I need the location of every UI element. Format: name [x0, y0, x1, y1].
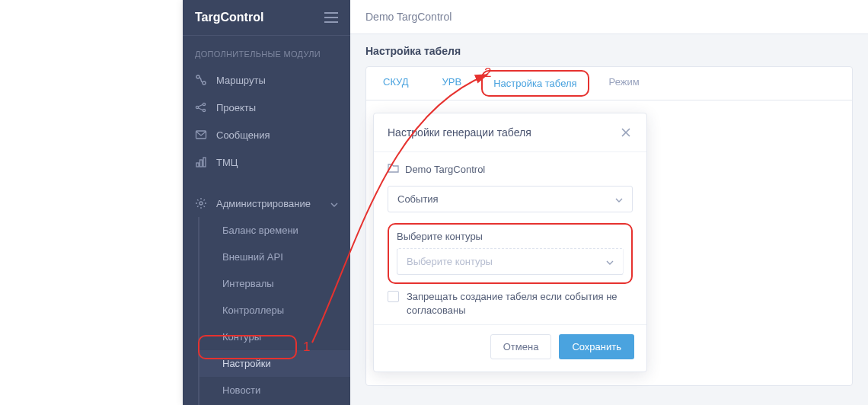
tab-skud[interactable]: СКУД: [366, 67, 426, 100]
projects-icon: [195, 101, 207, 113]
sub-item-contours[interactable]: Контуры: [199, 324, 350, 350]
chevron-down-icon: [615, 193, 623, 205]
tab-label: Режим: [609, 76, 640, 88]
sub-item-label: Контроллеры: [222, 305, 284, 316]
sidebar-header: TargControl: [183, 0, 350, 36]
org-name: Demo TargControl: [365, 11, 452, 23]
page-title: Настройка табеля: [365, 45, 853, 57]
admin-sub-list: Баланс времени Внешний API Интервалы Кон…: [198, 217, 350, 405]
sub-item-label: Контуры: [222, 331, 261, 343]
nav-item-label: Проекты: [216, 102, 256, 113]
svg-point-3: [203, 103, 205, 105]
svg-rect-6: [196, 163, 199, 167]
svg-point-4: [203, 109, 205, 111]
nav-item-messages[interactable]: Сообщения: [183, 121, 350, 148]
button-label: Отмена: [503, 341, 539, 352]
sub-item-label: Настройки: [222, 358, 271, 369]
tab-label: Настройка табеля: [493, 78, 576, 89]
tab-urv[interactable]: УРВ: [426, 67, 479, 100]
events-select[interactable]: События: [388, 186, 633, 212]
nav-item-label: Сообщения: [216, 129, 270, 141]
app-logo: TargControl: [195, 11, 263, 24]
modal-footer: Отмена Сохранить: [374, 324, 646, 372]
sub-item-news[interactable]: Новости: [199, 377, 350, 403]
nav-item-projects[interactable]: Проекты: [183, 94, 350, 121]
contours-select[interactable]: Выберите контуры: [397, 248, 624, 275]
tab-mode[interactable]: Режим: [592, 67, 656, 100]
tab-label: УРВ: [442, 76, 462, 88]
contours-label: Выберите контуры: [397, 231, 624, 242]
cancel-button[interactable]: Отмена: [490, 334, 552, 359]
gear-icon: [195, 197, 207, 209]
topbar: Demo TargControl: [350, 0, 868, 34]
forbid-checkbox[interactable]: [388, 291, 399, 302]
routes-icon: [195, 74, 207, 86]
folder-icon: [388, 163, 399, 175]
modal-header: Настройки генерации табеля: [374, 113, 646, 152]
chevron-down-icon: [606, 256, 614, 267]
select-value: События: [397, 193, 439, 205]
nav-list: Маршруты Проекты Сообщения ТМЦ Администр…: [183, 66, 350, 217]
sub-item-label: Внешний API: [222, 251, 283, 263]
nav-item-admin[interactable]: Администрирование: [183, 190, 350, 217]
svg-point-1: [203, 81, 206, 85]
tab-label: СКУД: [383, 76, 409, 88]
settings-modal: Настройки генерации табеля Demo TargCont…: [373, 113, 647, 372]
select-placeholder: Выберите контуры: [407, 256, 493, 267]
sidebar-section-title: ДОПОЛНИТЕЛЬНЫЕ МОДУЛИ: [183, 36, 350, 66]
sub-item-settings[interactable]: Настройки: [199, 350, 350, 377]
nav-item-tmc[interactable]: ТМЦ: [183, 148, 350, 176]
save-button[interactable]: Сохранить: [559, 334, 634, 359]
nav-item-routes[interactable]: Маршруты: [183, 66, 350, 94]
hamburger-icon[interactable]: [324, 12, 338, 23]
sub-item-label: Интервалы: [222, 278, 274, 289]
sub-item-label: Баланс времени: [222, 225, 298, 236]
sub-item-api[interactable]: Внешний API: [199, 244, 350, 270]
nav-item-label: Маршруты: [216, 75, 266, 86]
modal-title: Настройки генерации табеля: [388, 126, 531, 139]
checkbox-label: Запрещать создание табеля если события н…: [407, 290, 633, 317]
svg-point-0: [196, 75, 199, 78]
chevron-down-icon: [330, 198, 338, 209]
sub-item-label: Новости: [222, 384, 260, 396]
sub-item-controllers[interactable]: Контроллеры: [199, 297, 350, 324]
modal-body: Demo TargControl События Выберите контур…: [374, 152, 646, 324]
svg-rect-7: [200, 160, 203, 167]
tab-table-settings[interactable]: Настройка табеля: [481, 70, 589, 97]
svg-rect-8: [203, 158, 206, 167]
forbid-checkbox-row: Запрещать создание табеля если события н…: [388, 290, 633, 317]
svg-point-9: [199, 202, 203, 205]
sub-item-intervals[interactable]: Интервалы: [199, 270, 350, 297]
folder-row: Demo TargControl: [388, 163, 633, 175]
messages-icon: [195, 129, 207, 141]
folder-name: Demo TargControl: [405, 164, 485, 175]
button-label: Сохранить: [572, 341, 621, 352]
svg-point-2: [196, 106, 198, 108]
sidebar: TargControl ДОПОЛНИТЕЛЬНЫЕ МОДУЛИ Маршру…: [183, 0, 350, 405]
sub-item-balance[interactable]: Баланс времени: [199, 217, 350, 244]
contours-group: Выберите контуры Выберите контуры: [388, 223, 633, 284]
tmc-icon: [195, 156, 207, 168]
nav-item-label: ТМЦ: [216, 157, 238, 168]
nav-item-label: Администрирование: [216, 198, 311, 209]
tabs: СКУД УРВ Настройка табеля Режим: [366, 67, 852, 100]
close-button[interactable]: [619, 126, 633, 139]
